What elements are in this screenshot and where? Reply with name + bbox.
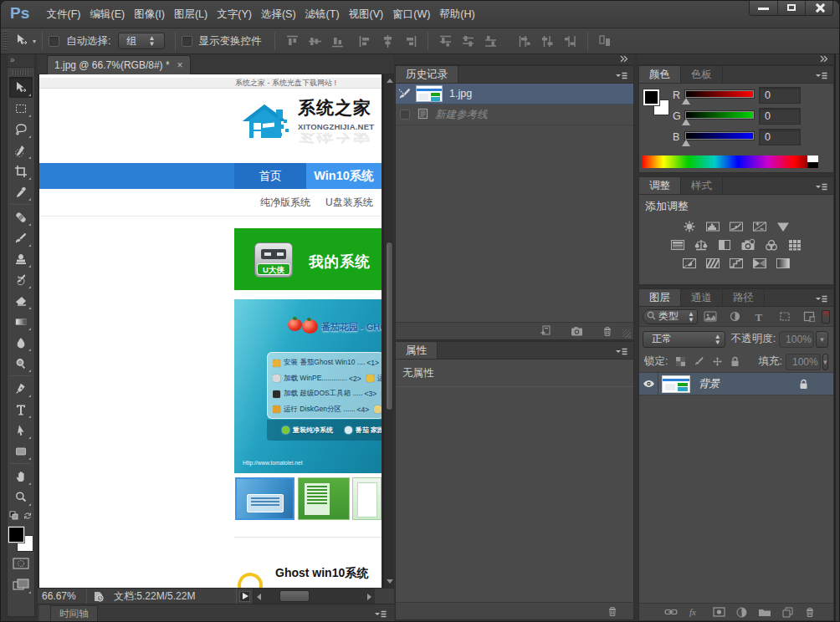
color-lookup-icon[interactable] <box>787 238 802 252</box>
hue-saturation-icon[interactable] <box>670 238 685 252</box>
zoom-level-field[interactable]: 66.67% <box>38 590 86 602</box>
default-colors-icon[interactable] <box>9 511 19 523</box>
history-item-state[interactable]: 新建参考线 <box>396 105 633 125</box>
hand-tool[interactable] <box>9 466 33 487</box>
lock-transparent-icon[interactable] <box>675 356 686 367</box>
lock-paint-icon[interactable] <box>694 356 704 367</box>
dock1-collapse[interactable] <box>395 54 634 65</box>
dist-vcenter-icon[interactable] <box>461 34 475 48</box>
layers-tab-1[interactable]: 通道 <box>681 289 723 306</box>
dist-bottom-icon[interactable] <box>484 34 498 48</box>
channel-slider[interactable] <box>685 132 754 147</box>
maximize-button[interactable] <box>777 1 805 15</box>
vertical-scrollbar[interactable] <box>383 74 394 588</box>
black-swatch[interactable] <box>807 162 818 168</box>
menu-6[interactable]: 滤镜(T) <box>300 1 344 28</box>
status-flyout-button[interactable] <box>239 591 250 602</box>
posterize-icon[interactable] <box>705 257 720 270</box>
dist-hcenter-icon[interactable] <box>540 34 555 48</box>
filter-toggle[interactable] <box>822 310 830 324</box>
subnav-link-1[interactable]: 纯净版系统 <box>260 189 310 217</box>
tab-close-icon[interactable]: × <box>177 59 183 71</box>
swap-colors-icon[interactable] <box>23 511 33 523</box>
align-left-icon[interactable] <box>358 34 372 48</box>
eyedropper-tool[interactable] <box>9 181 33 202</box>
scroll-left-arrow[interactable] <box>257 594 261 600</box>
channel-slider[interactable] <box>685 90 754 105</box>
layer-row-background[interactable]: 背景 <box>639 373 833 395</box>
eraser-tool[interactable] <box>9 290 33 311</box>
adjustment-filter-icon[interactable] <box>723 311 748 322</box>
tools-gripper[interactable] <box>13 69 29 75</box>
history-panel-menu-icon[interactable] <box>615 71 628 79</box>
photo-filter-icon[interactable] <box>740 238 755 252</box>
vibrance-icon[interactable] <box>776 220 791 233</box>
dist-top-icon[interactable] <box>438 34 453 48</box>
dock2-collapse[interactable] <box>638 54 834 65</box>
marquee-tool[interactable] <box>9 98 33 119</box>
hscroll-thumb[interactable] <box>279 590 310 602</box>
history-brush-tool[interactable] <box>9 269 33 290</box>
scroll-up-arrow[interactable] <box>387 79 393 83</box>
nav-home-link[interactable]: 首页 <box>234 163 306 189</box>
quick-mask-button[interactable] <box>9 554 33 572</box>
link-icon[interactable] <box>664 608 678 616</box>
snapshot-camera-icon[interactable] <box>571 326 583 336</box>
curves-icon[interactable] <box>729 220 744 233</box>
screen-mode-button[interactable] <box>9 575 33 595</box>
close-button[interactable] <box>805 1 832 15</box>
adjustments-panel-menu-icon[interactable] <box>815 182 828 190</box>
subnav-link-2[interactable]: U盘装系统 <box>325 189 373 217</box>
black-white-icon[interactable] <box>717 238 732 252</box>
smartobject-filter-icon[interactable] <box>796 311 822 322</box>
menu-5[interactable]: 选择(S) <box>256 1 300 28</box>
brush-tool[interactable] <box>9 227 33 248</box>
quick-select-tool[interactable] <box>9 140 33 161</box>
color-balance-icon[interactable] <box>694 238 709 252</box>
invert-icon[interactable] <box>682 257 697 270</box>
brightness-contrast-icon[interactable] <box>682 220 697 233</box>
thumbnail-2[interactable] <box>298 477 350 520</box>
align-right-icon[interactable] <box>403 34 417 48</box>
thumbnail-1[interactable] <box>235 477 295 520</box>
scroll-right-arrow[interactable] <box>367 594 371 600</box>
slider-thumb[interactable] <box>682 119 690 125</box>
clone-stamp-tool[interactable] <box>9 248 33 269</box>
align-top-icon[interactable] <box>285 34 300 48</box>
scroll-down-arrow[interactable] <box>387 579 393 584</box>
path-select-tool[interactable] <box>9 420 33 441</box>
blur-tool[interactable] <box>9 332 33 353</box>
menu-9[interactable]: 帮助(H) <box>435 1 479 28</box>
trash-icon[interactable] <box>607 605 618 617</box>
adjustments-tab-1[interactable]: 样式 <box>681 177 723 194</box>
history-item-snapshot[interactable]: 1.jpg <box>396 84 633 105</box>
green-banner[interactable]: U大侠 我的系统 <box>234 228 382 290</box>
show-transform-checkbox[interactable] <box>182 36 192 47</box>
white-swatch[interactable] <box>807 156 818 162</box>
layers-panel-menu-icon[interactable] <box>815 294 828 302</box>
crop-tool[interactable] <box>9 161 33 181</box>
trash-icon[interactable] <box>804 606 816 618</box>
align-bottom-icon[interactable] <box>330 34 345 48</box>
timeline-tab[interactable]: 时间轴 <box>50 605 98 622</box>
channel-value-field[interactable]: 0 <box>759 129 801 145</box>
menu-8[interactable]: 窗口(W) <box>388 1 435 28</box>
blend-mode-dropdown[interactable]: 正常 ▲▼ <box>643 331 725 348</box>
align-vcenter-icon[interactable] <box>308 34 322 48</box>
eye-icon[interactable] <box>639 373 658 395</box>
opacity-field[interactable]: 100% <box>779 331 814 348</box>
auto-select-dropdown[interactable]: 组 ▲▼ <box>118 33 165 49</box>
color-panel-menu-icon[interactable] <box>815 71 828 79</box>
color-tab-0[interactable]: 颜色 <box>639 66 681 83</box>
history-tab-0[interactable]: 历史记录 <box>396 66 458 83</box>
auto-align-icon[interactable] <box>598 34 612 48</box>
minimize-button[interactable] <box>750 1 777 15</box>
optionsbar-gripper[interactable] <box>3 31 8 51</box>
foreground-color-swatch[interactable] <box>643 89 659 105</box>
horizontal-scrollbar[interactable] <box>253 589 375 604</box>
channel-slider[interactable] <box>685 111 754 126</box>
menu-4[interactable]: 文字(Y) <box>213 1 257 28</box>
adjustment-layer-icon[interactable] <box>736 607 747 618</box>
properties-tab-0[interactable]: 属性 <box>396 342 438 359</box>
type-filter-icon[interactable]: T <box>747 312 772 322</box>
